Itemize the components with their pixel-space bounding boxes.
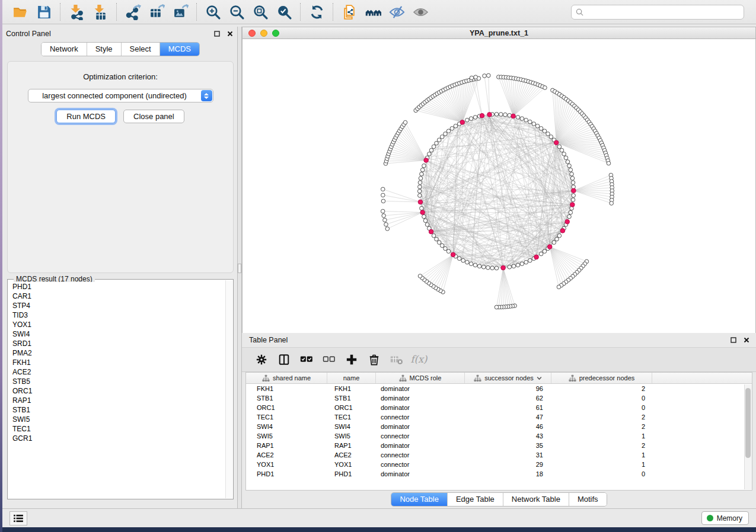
table-vertical-scrollbar[interactable] — [744, 384, 752, 489]
zoom-in-icon[interactable] — [201, 2, 225, 22]
search-input[interactable] — [571, 5, 744, 20]
panel-splitter[interactable] — [237, 27, 242, 508]
table-row[interactable]: SWI5SWI5connector431 — [246, 431, 752, 441]
mcds-result-item[interactable]: RAP1 — [10, 396, 225, 405]
tab-style[interactable]: Style — [87, 43, 122, 56]
tab-select[interactable]: Select — [122, 43, 160, 56]
close-panel-button[interactable]: Close panel — [123, 110, 184, 123]
column-header-shared-name[interactable]: shared name — [246, 373, 327, 383]
table-row[interactable]: ORC1ORC1dominator610 — [246, 403, 752, 412]
export-network-icon[interactable] — [121, 2, 145, 22]
open-file-icon[interactable] — [8, 2, 32, 22]
table-panel-header: Table Panel — [242, 333, 756, 347]
mcds-result-item[interactable]: CAR1 — [10, 291, 225, 301]
columns-icon[interactable] — [274, 350, 294, 369]
show-all-icon[interactable] — [409, 2, 432, 22]
copy-network-icon[interactable] — [337, 2, 361, 22]
table-cell: 1 — [551, 450, 652, 460]
network-title: YPA_prune.txt_1 — [243, 29, 755, 37]
cytoscape-window: Control Panel NetworkStyleSelectMCDS Opt… — [2, 0, 756, 527]
mcds-result-item[interactable]: FKH1 — [10, 358, 225, 367]
column-header-predecessor-nodes[interactable]: predecessor nodes — [551, 373, 652, 383]
delete-row-icon[interactable] — [364, 350, 384, 369]
network-canvas[interactable] — [243, 39, 755, 333]
table-cell: ORC1 — [327, 403, 376, 412]
tab-mcds[interactable]: MCDS — [160, 43, 199, 56]
table-row[interactable]: STB1STB1dominator620 — [246, 393, 752, 403]
table-row[interactable]: FKH1FKH1dominator962 — [246, 384, 752, 393]
tab-edge-table[interactable]: Edge Table — [448, 493, 503, 506]
table-cell: STB1 — [327, 393, 376, 403]
import-network-icon[interactable] — [65, 2, 88, 22]
zoom-selected-icon[interactable] — [272, 2, 296, 22]
mcds-result-item[interactable]: ACE2 — [10, 367, 225, 377]
optimization-criterion-select[interactable]: largest connected component (undirected) — [28, 89, 213, 102]
table-cell: RAP1 — [246, 441, 327, 450]
table-row[interactable]: TEC1TEC1connector472 — [246, 412, 752, 422]
scrollbar-thumb[interactable] — [745, 388, 751, 458]
table-cell-filler — [652, 422, 752, 431]
right-column: YPA_prune.txt_1 Table Panel — [242, 27, 756, 508]
export-image-icon[interactable] — [168, 2, 192, 22]
mcds-result-item[interactable]: GCR1 — [10, 434, 225, 443]
run-mcds-button[interactable]: Run MCDS — [56, 110, 116, 123]
save-session-icon[interactable] — [32, 2, 56, 22]
table-cell: 43 — [465, 431, 551, 441]
task-history-button[interactable] — [9, 511, 27, 525]
float-panel-icon[interactable] — [212, 29, 222, 39]
network-graph[interactable] — [243, 39, 755, 333]
float-table-panel-icon[interactable] — [729, 335, 738, 345]
close-panel-icon[interactable] — [225, 29, 235, 39]
delete-table-icon — [387, 350, 407, 369]
table-row[interactable]: SWI4SWI4dominator462 — [246, 422, 752, 431]
mcds-result-item[interactable]: PHD1 — [10, 282, 225, 291]
table-row[interactable]: YOX1YOX1connector291 — [246, 460, 752, 469]
zoom-out-icon[interactable] — [225, 2, 248, 22]
mcds-result-item[interactable]: SWI5 — [10, 415, 225, 424]
mcds-result-item[interactable]: STB1 — [10, 405, 225, 415]
table-row[interactable]: ACE2ACE2connector311 — [246, 450, 752, 460]
column-header-name[interactable]: name — [327, 373, 376, 383]
tab-network-table[interactable]: Network Table — [503, 493, 569, 506]
tab-network[interactable]: Network — [42, 43, 87, 56]
refresh-layout-icon[interactable] — [305, 2, 328, 22]
table-cell: 18 — [465, 469, 551, 479]
add-row-icon[interactable] — [342, 350, 362, 369]
mcds-list-scrollbar[interactable] — [225, 280, 232, 498]
function-builder-icon: f(x) — [409, 350, 429, 369]
select-all-icon[interactable] — [296, 350, 317, 369]
mcds-result-item[interactable]: SWI4 — [10, 329, 225, 339]
column-header-MCDS-role[interactable]: MCDS role — [376, 373, 465, 383]
table-cell-filler — [652, 403, 752, 412]
mcds-result-item[interactable]: YOX1 — [10, 320, 225, 329]
table-row[interactable]: RAP1RAP1dominator352 — [246, 441, 752, 450]
gear-icon[interactable] — [251, 350, 272, 369]
mcds-result-item[interactable]: TID3 — [10, 310, 225, 320]
tab-motifs[interactable]: Motifs — [569, 493, 607, 506]
table-toolbar: f(x) — [242, 347, 756, 372]
memory-button[interactable]: Memory — [701, 511, 749, 525]
mcds-result-list: PHD1CAR1STP4TID3YOX1SWI4SRD1PMA2FKH1ACE2… — [10, 282, 225, 496]
column-header-successor-nodes[interactable]: successor nodes — [465, 373, 551, 383]
select-stepper-icon — [201, 90, 212, 101]
tab-node-table[interactable]: Node Table — [391, 493, 448, 506]
zoom-fit-icon[interactable] — [248, 2, 272, 22]
splitter-handle[interactable] — [238, 264, 241, 273]
mcds-result-item[interactable]: SRD1 — [10, 339, 225, 348]
import-table-icon[interactable] — [88, 2, 112, 22]
mcds-result-item[interactable]: STB5 — [10, 377, 225, 386]
hide-selected-icon[interactable] — [385, 2, 409, 22]
close-table-panel-icon[interactable] — [742, 335, 751, 345]
table-cell: 1 — [551, 460, 652, 469]
table-row[interactable]: PHD1PHD1dominator180 — [246, 469, 752, 479]
mcds-result-item[interactable]: TEC1 — [10, 424, 225, 434]
export-table-icon[interactable] — [145, 2, 168, 22]
mcds-result-item[interactable]: ORC1 — [10, 386, 225, 396]
table-cell: 1 — [551, 431, 652, 441]
control-panel-tabbar: NetworkStyleSelectMCDS — [6, 41, 235, 60]
mcds-result-item[interactable]: PMA2 — [10, 348, 225, 358]
first-neighbors-icon[interactable] — [361, 2, 385, 22]
deselect-all-icon[interactable] — [319, 350, 339, 369]
mcds-result-item[interactable]: STP4 — [10, 301, 225, 310]
optimization-criterion-label: Optimization criterion: — [8, 72, 233, 81]
